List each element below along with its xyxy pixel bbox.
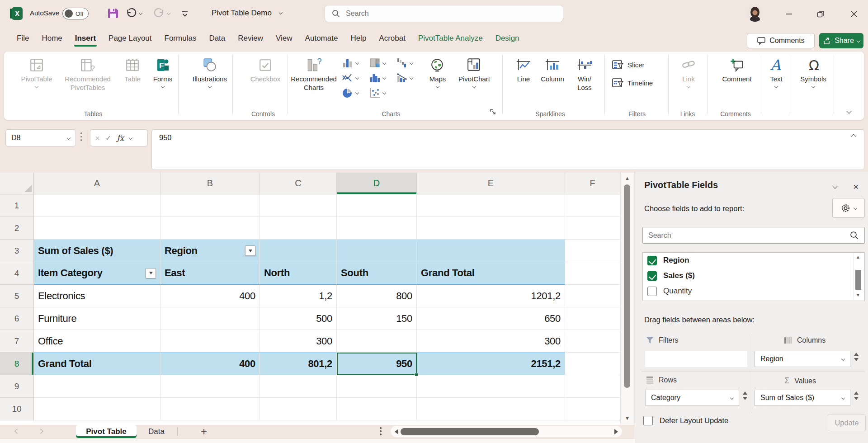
cell-D4[interactable]: South	[337, 262, 417, 285]
cell-E6[interactable]: 650	[417, 307, 565, 330]
cell-A8[interactable]: Grand Total	[34, 353, 160, 375]
columns-spinner[interactable]	[854, 353, 859, 361]
tab-design[interactable]: Design	[491, 29, 524, 49]
field-list-scrollbar-thumb[interactable]	[855, 270, 861, 290]
add-sheet-button[interactable]: +	[201, 425, 207, 438]
cell-E9[interactable]	[417, 375, 565, 398]
cell-F6[interactable]	[565, 307, 620, 330]
cell-F10[interactable]	[565, 398, 620, 420]
field-checkbox-sales[interactable]	[647, 271, 657, 281]
cell-E7[interactable]: 300	[417, 330, 565, 353]
cell-B9[interactable]	[160, 375, 260, 398]
column-header-D[interactable]: D	[337, 173, 417, 194]
cell-A10[interactable]	[34, 398, 160, 420]
new-comment-button[interactable]: Comment	[717, 56, 756, 83]
cell-C7[interactable]: 300	[260, 330, 337, 353]
cell-D6[interactable]: 150	[337, 307, 417, 330]
field-item-sales[interactable]: Sales ($)	[643, 268, 864, 283]
cell-C6[interactable]: 500	[260, 307, 337, 330]
maps-button[interactable]: Maps	[424, 56, 452, 88]
cell-C2[interactable]	[260, 217, 337, 240]
insert-combo-chart-button[interactable]	[395, 71, 420, 85]
avatar[interactable]	[747, 5, 763, 22]
insert-scatter-chart-button[interactable]	[368, 85, 393, 99]
cell-F1[interactable]	[565, 194, 620, 217]
undo-icon[interactable]	[125, 7, 137, 19]
cell-A7[interactable]: Office	[34, 330, 160, 353]
column-header-B[interactable]: B	[160, 173, 260, 194]
undo-dropdown-icon[interactable]	[139, 11, 142, 15]
filter-dropdown-A4[interactable]	[146, 268, 156, 278]
text-button[interactable]: A Text	[764, 56, 788, 88]
selection-fill-handle[interactable]	[415, 373, 418, 377]
column-header-C[interactable]: C	[260, 173, 337, 194]
cell-F9[interactable]	[565, 375, 620, 398]
row-header-3[interactable]: 3	[0, 240, 34, 262]
cell-A3[interactable]: Sum of Sales ($)	[34, 240, 160, 262]
tab-formulas[interactable]: Formulas	[160, 29, 202, 49]
cell-E3[interactable]	[417, 240, 565, 262]
formula-input[interactable]: 950	[151, 129, 864, 170]
vertical-scrollbar[interactable]: ▲ ▼	[620, 173, 634, 425]
cell-A9[interactable]	[34, 375, 160, 398]
share-button[interactable]: Share	[819, 33, 863, 48]
cell-F5[interactable]	[565, 285, 620, 307]
insert-waterfall-chart-button[interactable]	[395, 56, 420, 70]
tab-help[interactable]: Help	[345, 29, 371, 49]
recommended-pivottables-button[interactable]: ? Recommended PivotTables	[59, 56, 116, 92]
field-checkbox-region[interactable]	[647, 256, 657, 265]
column-header-E[interactable]: E	[417, 173, 565, 194]
tab-page-layout[interactable]: Page Layout	[104, 29, 156, 49]
row-header-2[interactable]: 2	[0, 217, 34, 240]
spin-up-icon[interactable]	[854, 353, 859, 356]
cell-C10[interactable]	[260, 398, 337, 420]
cell-E4[interactable]: Grand Total	[417, 262, 565, 285]
cell-B7[interactable]	[160, 330, 260, 353]
slicer-button[interactable]: Slicer	[612, 57, 645, 72]
insert-histogram-chart-button[interactable]	[368, 71, 393, 85]
sheet-tab-pivot-table[interactable]: Pivot Table	[76, 425, 137, 438]
filters-drop-area[interactable]	[645, 351, 747, 367]
scroll-down-icon[interactable]: ▼	[625, 416, 630, 421]
search-box[interactable]	[325, 5, 563, 22]
cell-A2[interactable]	[34, 217, 160, 240]
scroll-up-icon[interactable]: ▲	[625, 176, 630, 181]
filter-dropdown-B3[interactable]	[245, 245, 255, 256]
symbols-button[interactable]: Ω Symbols	[796, 56, 830, 88]
charts-dialog-launcher-icon[interactable]	[490, 108, 496, 115]
row-header-6[interactable]: 6	[0, 307, 34, 330]
spin-down-icon[interactable]	[854, 358, 859, 361]
sparkline-column-button[interactable]: Column	[538, 56, 567, 83]
field-checkbox-quantity[interactable]	[647, 287, 657, 296]
cell-B8[interactable]: 400	[160, 353, 260, 375]
minimize-button[interactable]	[783, 8, 795, 20]
tab-options-icon[interactable]	[380, 427, 382, 435]
pane-close-icon[interactable]: ×	[853, 182, 859, 191]
cell-C4[interactable]: North	[260, 262, 337, 285]
cell-E1[interactable]	[417, 194, 565, 217]
cell-D2[interactable]	[337, 217, 417, 240]
cell-D5[interactable]: 800	[337, 285, 417, 307]
row-header-8[interactable]: 8	[0, 353, 34, 375]
close-button[interactable]	[848, 8, 860, 20]
cancel-icon[interactable]: ×	[95, 134, 100, 142]
collapse-ribbon-icon[interactable]	[846, 108, 851, 113]
field-list-scrollbar[interactable]: ▲ ▼	[853, 254, 863, 300]
enter-icon[interactable]: ✓	[105, 134, 111, 142]
cell-B6[interactable]	[160, 307, 260, 330]
timeline-button[interactable]: Timeline	[612, 75, 653, 90]
tab-review[interactable]: Review	[233, 29, 268, 49]
row-header-9[interactable]: 9	[0, 375, 34, 398]
row-header-1[interactable]: 1	[0, 194, 34, 217]
select-all-corner[interactable]	[0, 173, 34, 194]
values-spinner[interactable]	[854, 391, 859, 400]
cell-E10[interactable]	[417, 398, 565, 420]
row-header-4[interactable]: 4	[0, 262, 34, 285]
sparkline-winloss-button[interactable]: Win/ Loss	[570, 56, 599, 92]
document-title[interactable]: Pivot Table Demo	[212, 9, 272, 18]
cell-B3[interactable]: Region	[160, 240, 260, 262]
insert-hierarchy-chart-button[interactable]	[368, 56, 393, 70]
restore-button[interactable]	[815, 8, 826, 20]
row-header-5[interactable]: 5	[0, 285, 34, 307]
quick-access-toolbar-icon[interactable]	[181, 10, 189, 18]
